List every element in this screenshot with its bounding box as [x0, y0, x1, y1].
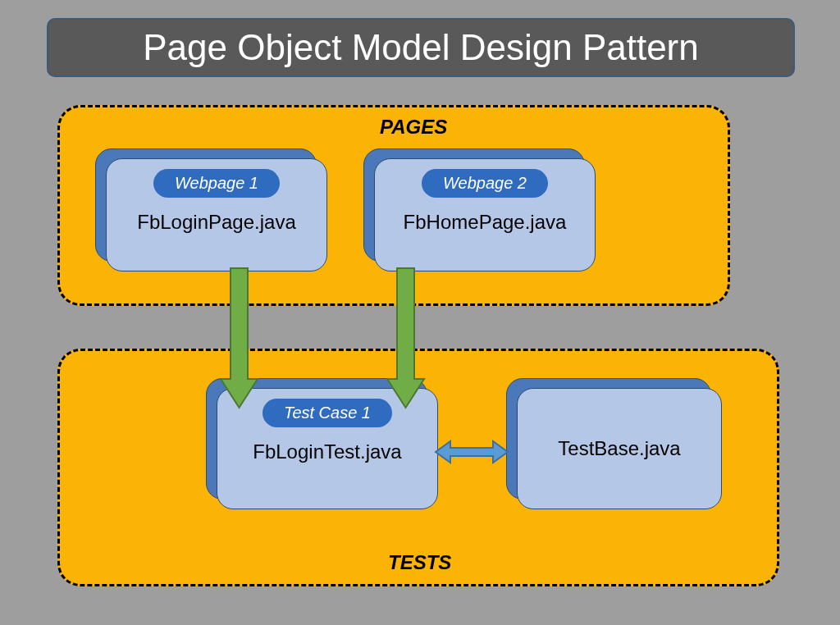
- webpage-1-pill: Webpage 1: [153, 169, 280, 198]
- webpage-2-filename: FbHomePage.java: [404, 211, 567, 234]
- webpage-2-pill: Webpage 2: [422, 169, 548, 198]
- card-front: Webpage 1 FbLoginPage.java: [106, 158, 327, 271]
- svg-marker-1: [387, 268, 424, 408]
- card-front: TestBase.java: [517, 388, 722, 509]
- arrow-down-icon: [221, 268, 258, 408]
- testbase-card: TestBase.java: [506, 378, 722, 509]
- pages-group-label: PAGES: [380, 116, 447, 139]
- page-card-2: Webpage 2 FbHomePage.java: [363, 148, 596, 271]
- testcase-1-filename: FbLoginTest.java: [253, 440, 401, 463]
- arrow-down-icon: [387, 268, 424, 408]
- card-front: Webpage 2 FbHomePage.java: [374, 158, 596, 271]
- page-card-1: Webpage 1 FbLoginPage.java: [95, 148, 327, 271]
- webpage-1-filename: FbLoginPage.java: [137, 211, 295, 234]
- testbase-filename: TestBase.java: [558, 437, 680, 460]
- svg-marker-0: [221, 268, 258, 408]
- svg-marker-2: [436, 441, 508, 463]
- diagram-title: Page Object Model Design Pattern: [47, 18, 795, 77]
- tests-group-label: TESTS: [388, 551, 451, 574]
- arrow-bidirectional-icon: [436, 441, 508, 463]
- testcase-1-pill: Test Case 1: [262, 399, 392, 427]
